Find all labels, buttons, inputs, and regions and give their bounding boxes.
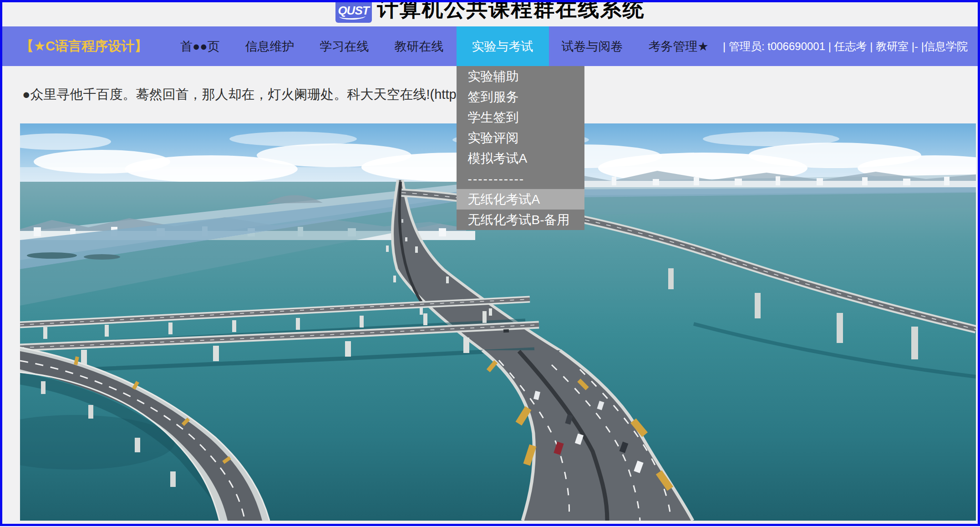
dropdown-item-experiment-review[interactable]: 实验评阅: [457, 128, 584, 148]
nav-item-experiment-exam[interactable]: 实验与考试 实验辅助 签到服务 学生签到 实验评阅 模拟考试A --------…: [457, 26, 549, 66]
page-root: QUST 计算机公共课程群在线系统 【★C语言程序设计】 首●●页 信息维护 学…: [0, 0, 980, 526]
dropdown-item-paperless-exam-b[interactable]: 无纸化考试B-备用: [457, 210, 584, 230]
dropdown-item-student-signin[interactable]: 学生签到: [457, 107, 584, 128]
main-navbar: 【★C语言程序设计】 首●●页 信息维护 学习在线 教研在线 实验与考试 实验辅…: [2, 26, 978, 66]
nav-item-research-online[interactable]: 教研在线: [382, 26, 457, 66]
qust-logo: QUST: [335, 2, 372, 23]
page-title: 计算机公共课程群在线系统: [377, 2, 645, 21]
nav-item-info-maintenance[interactable]: 信息维护: [233, 26, 307, 66]
experiment-exam-dropdown: 实验辅助 签到服务 学生签到 实验评阅 模拟考试A ----------- 无纸…: [457, 66, 584, 230]
marquee-text: ●众里寻他千百度。蓦然回首，那人却在，灯火阑珊处。科大天空在线!(http://…: [22, 86, 506, 104]
course-label: 【★C语言程序设计】: [20, 37, 147, 56]
nav-item-home[interactable]: 首●●页: [168, 26, 233, 66]
dropdown-item-paperless-exam-a[interactable]: 无纸化考试A: [457, 189, 584, 210]
dropdown-item-experiment-assist[interactable]: 实验辅助: [457, 66, 584, 87]
nav-item-experiment-exam-label: 实验与考试: [472, 38, 533, 55]
header: QUST 计算机公共课程群在线系统: [2, 2, 978, 26]
dropdown-separator: -----------: [457, 169, 584, 189]
admin-info: | 管理员: t006690001 | 任志考 | 教研室 |- |信息学院: [723, 39, 968, 54]
nav-item-exam-affairs[interactable]: 考务管理★: [636, 26, 721, 66]
nav-item-papers-grading[interactable]: 试卷与阅卷: [549, 26, 636, 66]
dropdown-item-mock-exam-a[interactable]: 模拟考试A: [457, 148, 584, 169]
nav-item-learning-online[interactable]: 学习在线: [307, 26, 382, 66]
dropdown-item-signin-service[interactable]: 签到服务: [457, 87, 584, 107]
